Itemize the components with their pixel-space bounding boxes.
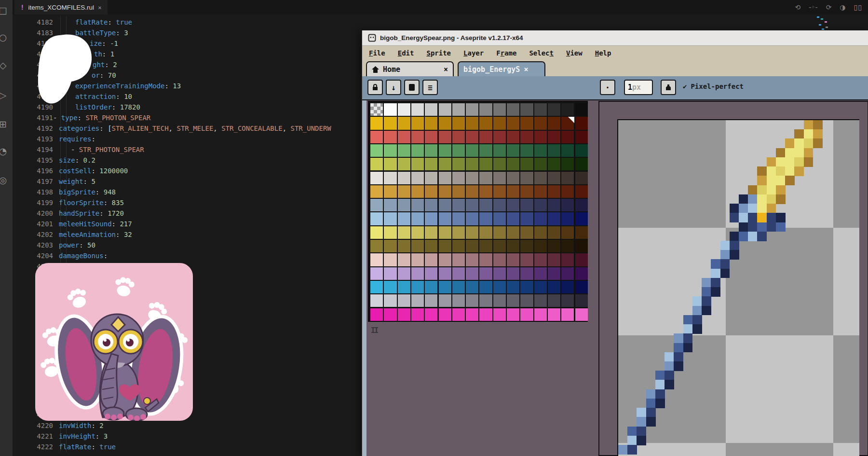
palette-swatch[interactable] [534,253,547,266]
split-editor-icon[interactable]: ▯▯ [854,3,862,11]
palette-swatch[interactable] [575,212,588,225]
palette-swatch[interactable] [398,267,410,280]
sprite-canvas[interactable] [617,119,859,456]
settings-icon[interactable]: ◎ [0,175,10,185]
extensions-icon[interactable]: ⊞ [0,119,10,129]
palette-swatch[interactable] [493,131,506,143]
tab-close-icon[interactable]: × [444,65,448,74]
palette-swatch[interactable] [561,199,574,211]
palette-swatch[interactable] [520,308,533,321]
palette-swatch[interactable] [370,185,383,198]
palette-swatch[interactable] [561,103,574,116]
scroll-down-button[interactable]: ↓ [386,80,401,95]
palette-swatch[interactable] [398,294,410,307]
palette-swatch[interactable] [507,199,519,211]
palette-swatch[interactable] [534,294,547,307]
palette-swatch[interactable] [439,267,451,280]
palette-swatch[interactable] [507,226,519,239]
palette-swatch[interactable] [452,172,465,184]
palette-swatch[interactable] [561,172,574,184]
options-menu-button[interactable]: ≡ [422,80,438,95]
menu-layer[interactable]: Layer [463,49,484,57]
palette-swatch[interactable] [425,199,437,211]
palette-swatch[interactable] [493,199,506,211]
palette-swatch[interactable] [370,294,383,307]
palette-swatch[interactable] [425,212,437,225]
palette-swatch[interactable] [370,199,383,211]
palette-swatch[interactable] [398,199,410,211]
palette-swatch[interactable] [479,144,492,157]
pixel-perfect-toggle[interactable]: ✔ Pixel-perfect [683,83,744,90]
palette-swatch[interactable] [575,131,588,143]
menu-edit[interactable]: Edit [398,49,414,57]
palette-swatch[interactable] [439,117,451,129]
palette-swatch[interactable] [398,308,410,321]
palette-swatch[interactable] [534,281,547,293]
palette-swatch[interactable] [452,281,465,293]
palette-swatch[interactable] [384,117,396,129]
palette-swatch[interactable] [370,172,383,184]
palette-swatch[interactable] [493,308,506,321]
palette-swatch[interactable] [370,144,383,157]
tab-home[interactable]: Home × [366,61,454,76]
palette-swatch[interactable] [370,308,383,321]
palette-swatch[interactable] [466,185,478,198]
palette-swatch[interactable] [398,253,410,266]
menu-sprite[interactable]: Sprite [426,49,451,57]
palette-swatch[interactable] [439,199,451,211]
palette-swatch[interactable] [507,240,519,252]
palette-swatch[interactable] [466,144,478,157]
palette-swatch[interactable] [561,185,574,198]
palette-swatch[interactable] [561,158,574,170]
palette-swatch[interactable] [411,240,424,252]
menu-file[interactable]: File [369,49,385,57]
palette-swatch[interactable] [493,240,506,252]
palette-swatch[interactable] [398,158,410,170]
palette-swatch[interactable] [520,212,533,225]
palette-swatch[interactable] [466,294,478,307]
palette-swatch[interactable] [425,158,437,170]
palette-swatch[interactable] [575,185,588,198]
palette-swatch[interactable] [439,103,451,116]
palette-swatch[interactable] [520,172,533,184]
palette-swatch[interactable] [479,253,492,266]
palette-swatch[interactable] [575,267,588,280]
palette-swatch[interactable] [548,308,560,321]
palette-swatch[interactable] [384,131,396,143]
palette-swatch[interactable] [493,185,506,198]
palette-resize-handle[interactable]: II [371,326,378,335]
palette-swatch[interactable] [520,226,533,239]
palette-swatch[interactable] [384,212,396,225]
palette-swatch[interactable] [370,267,383,280]
palette-swatch[interactable] [534,185,547,198]
transparent-swatch[interactable] [370,103,383,116]
palette-swatch[interactable] [520,199,533,211]
palette-swatch[interactable] [384,103,396,116]
palette-swatch[interactable] [507,144,519,157]
palette-swatch[interactable] [411,144,424,157]
palette-swatch[interactable] [520,185,533,198]
palette-swatch[interactable] [520,281,533,293]
palette-swatch[interactable] [548,144,560,157]
palette-swatch[interactable] [507,131,519,143]
palette-swatch[interactable] [384,226,396,239]
palette-swatch[interactable] [411,253,424,266]
palette-swatch[interactable] [507,172,519,184]
palette-swatch[interactable] [425,144,437,157]
palette-swatch[interactable] [493,253,506,266]
palette-swatch[interactable] [548,253,560,266]
color-palette[interactable] [368,101,588,322]
palette-swatch[interactable] [534,144,547,157]
palette-swatch[interactable] [493,144,506,157]
palette-swatch[interactable] [370,281,383,293]
palette-swatch[interactable] [548,281,560,293]
palette-swatch[interactable] [479,158,492,170]
explorer-icon[interactable]: □ [0,5,10,15]
palette-swatch[interactable] [425,117,437,129]
palette-swatch[interactable] [466,212,478,225]
palette-swatch[interactable] [548,103,560,116]
palette-swatch[interactable] [561,144,574,157]
palette-swatch[interactable] [398,172,410,184]
palette-swatch[interactable] [507,158,519,170]
palette-swatch[interactable] [493,294,506,307]
